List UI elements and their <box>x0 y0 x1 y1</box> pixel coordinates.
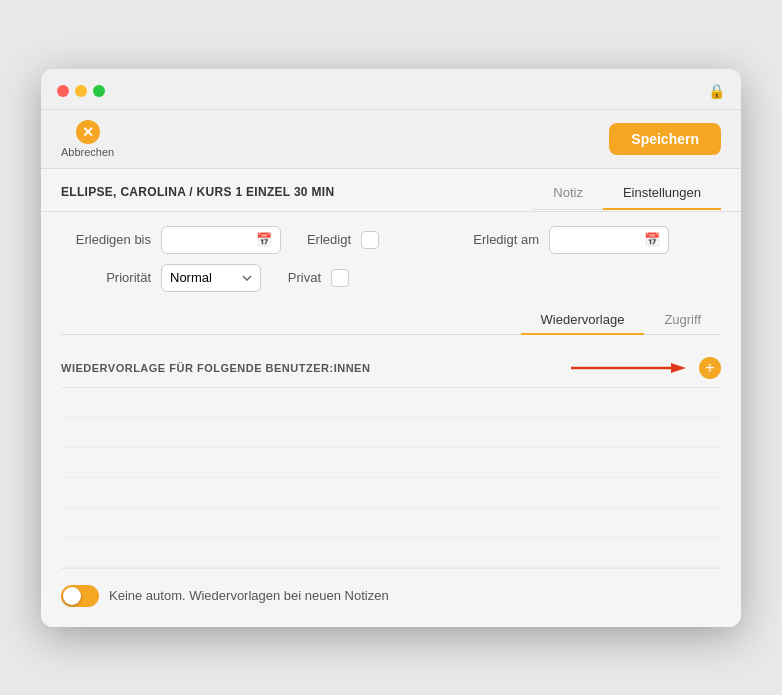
top-tabs: Notiz Einstellungen <box>533 169 721 210</box>
content-area: ELLIPSE, CAROLINA / KURS 1 EINZEL 30 MIN… <box>41 169 741 627</box>
field-row-2: Priorität Normal Hoch Niedrig Privat <box>61 264 721 292</box>
wiedervorlage-section: WIEDERVORLAGE FÜR FOLGENDE BENUTZER:INNE… <box>61 335 721 569</box>
empty-row-3 <box>61 448 721 478</box>
cancel-label: Abbrechen <box>61 146 114 158</box>
erledigt-am-input[interactable]: 📅 <box>549 226 669 254</box>
prioritaet-select[interactable]: Normal Hoch Niedrig <box>161 264 261 292</box>
inner-tab-wiedervorlage[interactable]: Wiedervorlage <box>521 306 645 335</box>
red-arrow <box>571 360 691 376</box>
empty-row-5 <box>61 508 721 538</box>
arrow-container: + <box>370 357 721 379</box>
calendar-icon-1: 📅 <box>256 232 272 247</box>
toggle-knob <box>63 587 81 605</box>
tab-notiz[interactable]: Notiz <box>533 177 603 210</box>
toolbar: ✕ Abbrechen Speichern <box>41 110 741 169</box>
field-row-1: Erledigen bis 📅 Erledigt Erledigt am 📅 <box>61 226 721 254</box>
empty-rows <box>61 388 721 569</box>
toggle-label: Keine autom. Wiedervorlagen bei neuen No… <box>109 588 389 603</box>
svg-marker-1 <box>671 363 686 373</box>
empty-row-1 <box>61 388 721 418</box>
header-row: ELLIPSE, CAROLINA / KURS 1 EINZEL 30 MIN… <box>61 169 721 211</box>
empty-row-2 <box>61 418 721 448</box>
fields-section: Erledigen bis 📅 Erledigt Erledigt am 📅 P… <box>61 212 721 292</box>
section-header: WIEDERVORLAGE FÜR FOLGENDE BENUTZER:INNE… <box>61 349 721 388</box>
erledigt-checkbox[interactable] <box>361 231 379 249</box>
empty-row-4 <box>61 478 721 508</box>
toggle-no-auto-wiedervorlage[interactable] <box>61 585 99 607</box>
bottom-section: Keine autom. Wiedervorlagen bei neuen No… <box>61 569 721 607</box>
tab-einstellungen[interactable]: Einstellungen <box>603 177 721 210</box>
section-title: WIEDERVORLAGE FÜR FOLGENDE BENUTZER:INNE… <box>61 362 370 374</box>
cancel-button[interactable]: ✕ Abbrechen <box>61 120 114 158</box>
erledigt-am-label: Erledigt am <box>449 232 539 247</box>
erledigen-label: Erledigen bis <box>61 232 151 247</box>
empty-row-6 <box>61 538 721 568</box>
close-button[interactable] <box>57 85 69 97</box>
record-title: ELLIPSE, CAROLINA / KURS 1 EINZEL 30 MIN <box>61 169 334 211</box>
privat-label: Privat <box>271 270 321 285</box>
inner-tabs: Wiedervorlage Zugriff <box>61 306 721 335</box>
prioritaet-label: Priorität <box>61 270 151 285</box>
privat-checkbox[interactable] <box>331 269 349 287</box>
maximize-button[interactable] <box>93 85 105 97</box>
cancel-icon: ✕ <box>76 120 100 144</box>
inner-tab-zugriff[interactable]: Zugriff <box>644 306 721 335</box>
erledigt-label: Erledigt <box>291 232 351 247</box>
traffic-lights <box>57 85 105 97</box>
title-bar: 🔒 <box>41 69 741 110</box>
save-button[interactable]: Speichern <box>609 123 721 155</box>
calendar-icon-2: 📅 <box>644 232 660 247</box>
erledigen-input[interactable]: 📅 <box>161 226 281 254</box>
add-user-button[interactable]: + <box>699 357 721 379</box>
minimize-button[interactable] <box>75 85 87 97</box>
lock-icon: 🔒 <box>708 83 725 99</box>
